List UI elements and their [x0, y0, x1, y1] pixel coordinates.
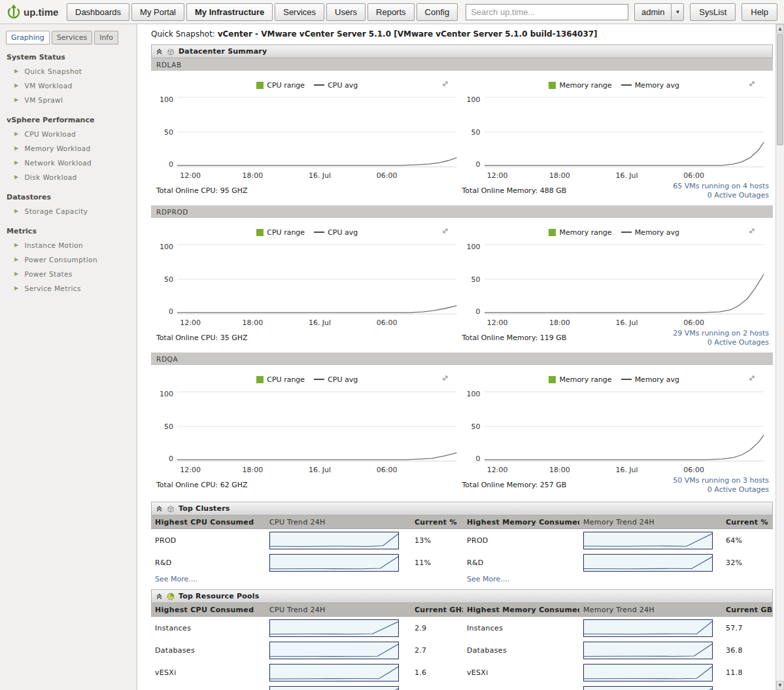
x-tick-label: 18:00	[243, 171, 264, 180]
active-outages-link[interactable]: 0 Active Outages	[673, 338, 769, 347]
sidebar-item-memory-workload[interactable]: ▶Memory Workload	[0, 141, 137, 156]
nav-dashboards[interactable]: Dashboards	[67, 3, 129, 21]
table-row: Instances2.9Instances57.7	[151, 617, 773, 639]
x-tick-label: 12:00	[487, 319, 508, 327]
vms-running-link[interactable]: 29 VMs running on 2 hosts	[673, 329, 769, 337]
cpu-trend-sparkline[interactable]	[269, 686, 399, 690]
expand-icon[interactable]	[748, 80, 756, 90]
expand-icon[interactable]	[441, 227, 449, 237]
sidebar-item-storage-capacity[interactable]: ▶Storage Capacity	[0, 204, 137, 218]
sidebar-tab-info[interactable]: Info	[94, 31, 118, 44]
datacenter-summary-panel: Datacenter Summary RDLABCPU rangeCPU avg…	[151, 44, 773, 500]
memory-trend-sparkline[interactable]	[583, 619, 713, 637]
collapse-icon[interactable]	[156, 48, 163, 55]
legend-avg-label: CPU avg	[328, 81, 358, 90]
collapse-icon[interactable]	[156, 505, 163, 512]
legend-avg-label: CPU avg	[328, 375, 358, 384]
datacenter-totals: Total Online CPU: 35 GHZTotal Online Mem…	[151, 328, 773, 353]
table-row: PROD13%PROD64%	[151, 529, 773, 551]
sidebar-item-service-metrics[interactable]: ▶Service Metrics	[0, 281, 137, 296]
vms-running-link[interactable]: 65 VMs running on 4 hosts	[673, 182, 769, 190]
legend-range-swatch	[256, 229, 264, 236]
y-tick-label: 0	[476, 307, 481, 316]
user-label[interactable]: admin	[634, 3, 671, 21]
chart-plot	[485, 95, 764, 169]
sidebar-item-power-consumption[interactable]: ▶Power Consumption	[0, 252, 137, 267]
memory-trend-sparkline[interactable]	[583, 642, 713, 659]
memory-trend-sparkline[interactable]	[583, 686, 713, 690]
sidebar-item-quick-snapshot[interactable]: ▶Quick Snapshot	[0, 64, 137, 78]
column-header-highest-cpu-consumed: Highest CPU Consumed	[151, 518, 265, 526]
sidebar-item-vm-sprawl[interactable]: ▶VM Sprawl	[0, 93, 137, 107]
cpu-trend-sparkline[interactable]	[269, 619, 399, 637]
scroll-down-button[interactable]: ▼	[776, 681, 784, 690]
nav-my-infrastructure[interactable]: My Infrastructure	[186, 3, 273, 21]
plot-row: 100500	[465, 390, 764, 463]
x-tick-label: 12:00	[180, 171, 201, 180]
expand-icon[interactable]	[441, 374, 449, 384]
row-memory-name: Instances	[463, 624, 579, 632]
see-more-cpu-link[interactable]: See More....	[151, 575, 265, 583]
active-outages-link[interactable]: 0 Active Outages	[673, 485, 769, 494]
cpu-trend-sparkline[interactable]	[269, 554, 399, 572]
memory-trend-sparkline[interactable]	[583, 554, 713, 572]
sidebar-item-network-workload[interactable]: ▶Network Workload	[0, 156, 137, 170]
triangle-icon: ▶	[14, 160, 19, 165]
sidebar-item-vm-workload[interactable]: ▶VM Workload	[0, 78, 137, 93]
expand-icon[interactable]	[748, 227, 756, 237]
memory-trend-sparkline[interactable]	[583, 664, 713, 681]
memory-chart: Memory rangeMemory avg10050012:0018:0016…	[461, 226, 768, 328]
sidebar-item-instance-motion[interactable]: ▶Instance Motion	[0, 238, 137, 252]
row-memory-name: PROD	[463, 536, 579, 545]
y-axis: 100500	[158, 243, 177, 316]
datacenter-charts: CPU rangeCPU avg10050012:0018:0016. Jul0…	[151, 218, 773, 328]
chevron-down-icon[interactable]: ▼	[671, 3, 684, 21]
sidebar-item-disk-workload[interactable]: ▶Disk Workload	[0, 170, 137, 184]
scrollbar-thumb[interactable]	[777, 34, 783, 145]
y-tick-label: 50	[471, 128, 481, 137]
nav-users[interactable]: Users	[326, 3, 366, 21]
scrollbar[interactable]: ▲ ▼	[775, 24, 784, 690]
cpu-trend-sparkline[interactable]	[269, 664, 399, 681]
user-menu[interactable]: admin ▼	[634, 3, 684, 21]
help-button[interactable]: Help	[741, 3, 777, 21]
total-online-memory: Total Online Memory: 257 GB	[462, 477, 567, 492]
x-tick-label: 12:00	[487, 466, 508, 474]
nav-reports[interactable]: Reports	[367, 3, 415, 21]
sidebar-tab-services[interactable]: Services	[52, 31, 92, 44]
column-header-cpu-trend-24h: CPU Trend 24H	[265, 518, 411, 526]
expand-icon[interactable]	[441, 80, 449, 90]
cpu-trend-sparkline[interactable]	[269, 642, 399, 659]
active-outages-link[interactable]: 0 Active Outages	[673, 191, 769, 199]
memory-trend-sparkline[interactable]	[583, 532, 713, 549]
sidebar-tab-graphing[interactable]: Graphing	[6, 31, 50, 44]
total-online-cpu: Total Online CPU: 62 GHZ	[156, 477, 462, 492]
y-tick-label: 50	[164, 275, 173, 284]
uptime-logo: up.time	[7, 4, 67, 20]
triangle-icon: ▶	[14, 146, 19, 151]
sidebar-item-power-states[interactable]: ▶Power States	[0, 267, 137, 281]
x-tick-label: 12:00	[487, 171, 508, 180]
x-tick-label: 06:00	[683, 171, 704, 180]
total-online-cpu: Total Online CPU: 95 GHZ	[156, 183, 462, 198]
table-header-row: Highest CPU ConsumedCPU Trend 24HCurrent…	[151, 515, 773, 529]
search-input[interactable]	[466, 4, 628, 20]
sidebar-item-cpu-workload[interactable]: ▶CPU Workload	[0, 127, 137, 141]
collapse-icon[interactable]	[156, 593, 163, 600]
vms-running-link[interactable]: 50 VMs running on 3 hosts	[673, 476, 769, 485]
y-axis: 100500	[465, 243, 485, 316]
cpu-trend-sparkline[interactable]	[269, 532, 399, 549]
triangle-icon: ▶	[14, 175, 19, 180]
panel-title: Top Clusters	[179, 504, 230, 513]
nav-my-portal[interactable]: My Portal	[131, 3, 184, 21]
expand-icon[interactable]	[748, 374, 756, 384]
plot-row: 100500	[465, 95, 764, 169]
see-more-memory-link[interactable]: See More....	[463, 575, 579, 583]
cpu-legend: CPU rangeCPU avg	[158, 78, 457, 92]
scroll-up-button[interactable]: ▲	[776, 24, 784, 33]
memory-trend-cell	[579, 686, 722, 690]
nav-services[interactable]: Services	[275, 3, 324, 21]
nav-config[interactable]: Config	[417, 3, 458, 21]
x-axis: 12:0018:0016. Jul06:00	[485, 463, 764, 475]
syslist-button[interactable]: SysList	[690, 3, 736, 21]
